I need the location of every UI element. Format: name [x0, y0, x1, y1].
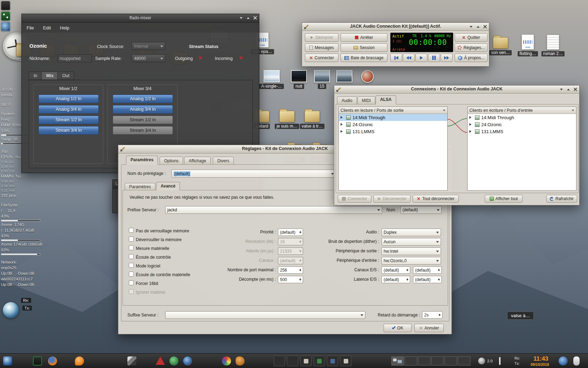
titlebar[interactable]: JACK Audio Connection Kit [(default)] Ac… [302, 23, 489, 31]
workspace-2[interactable] [405, 356, 417, 366]
io-channels-spinner-1[interactable]: (default) [382, 266, 410, 274]
desktop-icon[interactable]: son sen… [489, 37, 512, 55]
list-header[interactable]: Clients en écriture / Ports d'entrée [468, 107, 576, 114]
taskbar-window-button[interactable] [314, 356, 325, 366]
desktop-icon[interactable]: valse à tr… [300, 111, 324, 129]
checkbox-no-memory-lock[interactable] [129, 228, 134, 233]
patchbay-button[interactable]: Baie de brassage [341, 54, 387, 62]
transport-rewind-button[interactable] [403, 54, 415, 62]
input-ports-list[interactable]: Clients en écriture / Ports d'entrée 14:… [467, 107, 576, 191]
server-prefix-combobox[interactable]: jackd [165, 206, 382, 214]
maximize-button[interactable] [245, 15, 251, 21]
server-suffix-combobox[interactable] [165, 311, 365, 319]
output-ports-list[interactable]: Clients en lecture / Ports de sortie 14:… [338, 107, 448, 191]
corner-app-icon-3[interactable] [1, 22, 10, 31]
shade-button[interactable] [238, 15, 244, 21]
about-button[interactable]: À propos... [455, 54, 488, 62]
desktop-icon[interactable]: je suis m… [275, 111, 299, 129]
preset-combobox[interactable]: (default) [172, 170, 336, 178]
clock-time[interactable]: 11:43 [533, 355, 548, 362]
desktop-icon[interactable]: A-single-… [260, 70, 284, 89]
checkbox-unlock-memory[interactable] [129, 237, 134, 241]
checkbox-force-16bit[interactable] [129, 280, 134, 285]
applications-menu-icon[interactable] [3, 356, 12, 366]
transport-pause-button[interactable] [428, 54, 440, 62]
checkbox-monitor[interactable] [129, 254, 134, 259]
expander-icon[interactable] [341, 123, 344, 126]
taskbar-window-button[interactable] [274, 356, 285, 366]
checkbox-softmode[interactable] [129, 263, 134, 268]
close-button[interactable] [252, 15, 258, 21]
io-latency-spinner-1[interactable]: (default) [382, 276, 410, 283]
sample-rate-select[interactable]: 48000 [132, 54, 165, 62]
workspace-1[interactable] [391, 356, 404, 366]
refresh-button[interactable]: Rafraîchir [546, 195, 577, 203]
desktop-icon[interactable]: roman 2… [541, 34, 565, 56]
firefox-launcher-icon[interactable] [48, 356, 57, 366]
transport-rewind-to-start-button[interactable] [390, 54, 402, 62]
startup-delay-spinner[interactable]: 2s [422, 311, 442, 319]
expander-icon[interactable] [469, 123, 473, 126]
menu-edit[interactable]: Edit [43, 25, 51, 30]
connect-button[interactable]: Connecter [305, 54, 338, 62]
stop-button[interactable]: Arrêter [341, 33, 387, 42]
port-item[interactable]: 24:Ozonic [468, 121, 576, 128]
disconnect-ports-button[interactable]: Déconnecter [373, 195, 411, 203]
taskbar-window-button[interactable] [300, 356, 312, 366]
titlebar[interactable]: ffado-mixer [22, 14, 259, 23]
expander-icon[interactable] [469, 130, 473, 133]
level-gauge-icon[interactable] [499, 357, 500, 365]
checkbox-ignore-hw[interactable] [129, 289, 134, 294]
port-item[interactable]: 131:LMMS [468, 128, 576, 135]
close-button[interactable] [572, 87, 578, 92]
subtab-parametres[interactable]: Paramètres [125, 183, 155, 190]
route-button[interactable]: Analog 1/2 In [113, 95, 173, 103]
dither-combobox[interactable]: Aucun [382, 238, 441, 246]
red-triangle-launcher-icon[interactable] [156, 356, 165, 365]
maximize-button[interactable] [565, 87, 571, 92]
port-item[interactable]: 24:Ozonic [339, 121, 447, 128]
quit-button[interactable]: Quitter [455, 33, 488, 42]
tab-divers[interactable]: Divers [213, 157, 234, 165]
desktop-icon[interactable]: 15 [310, 70, 334, 89]
subtab-avance[interactable]: Avancé [156, 182, 180, 190]
titlebar[interactable]: Connexions - Kit de Connexion Audio JACK [334, 86, 579, 94]
taskbar-window-button[interactable] [340, 356, 351, 366]
tools-launcher-icon[interactable] [127, 356, 136, 366]
route-button[interactable]: Stream 1/2 In [38, 116, 99, 124]
workspace-switcher[interactable] [391, 356, 470, 366]
corner-app-icon-1[interactable] [1, 1, 10, 10]
disconnect-all-button[interactable]: Tout déconnecter [413, 195, 459, 203]
tab-midi[interactable]: MIDI [357, 96, 375, 104]
tab-options[interactable]: Options [160, 157, 183, 165]
tab-mix[interactable]: Mix [41, 71, 58, 80]
route-button[interactable]: Analog 1/2 In [38, 95, 99, 103]
route-button[interactable]: Stream 3/4 In [113, 126, 173, 135]
dock-launcher-icon[interactable] [3, 302, 19, 318]
audio-mode-combobox[interactable]: Duplex [382, 229, 441, 236]
io-channels-spinner-2[interactable]: (default) [413, 266, 442, 274]
ok-button[interactable]: OK [384, 324, 412, 332]
menu-file[interactable]: File [27, 25, 34, 30]
network-globe-tray-icon[interactable] [559, 356, 568, 366]
name-combobox[interactable]: (default) [400, 206, 442, 214]
port-item[interactable]: 131:LMMS [339, 128, 447, 135]
checkbox-hw-meter[interactable] [129, 245, 134, 250]
expand-all-button[interactable]: Afficher tout [485, 195, 523, 203]
expander-icon[interactable] [341, 130, 344, 133]
transport-forward-button[interactable] [441, 54, 453, 62]
workspace-4[interactable] [431, 356, 444, 366]
green-launcher-icon[interactable] [169, 356, 178, 366]
session-button[interactable]: Session [341, 43, 387, 52]
tangerine-launcher-icon[interactable] [75, 356, 84, 366]
close-button[interactable] [482, 24, 488, 29]
workspace-6[interactable] [458, 356, 470, 366]
expander-icon[interactable] [341, 116, 344, 119]
desktop-app-icon[interactable] [361, 70, 374, 83]
workspace-3[interactable] [418, 356, 430, 366]
expander-icon[interactable] [469, 116, 473, 119]
clock-source-select[interactable]: Internal [132, 42, 165, 50]
route-button[interactable]: Analog 3/4 In [113, 105, 173, 114]
desktop-icon[interactable]: nuit [287, 70, 311, 89]
corner-app-icon-2[interactable] [1, 12, 10, 21]
